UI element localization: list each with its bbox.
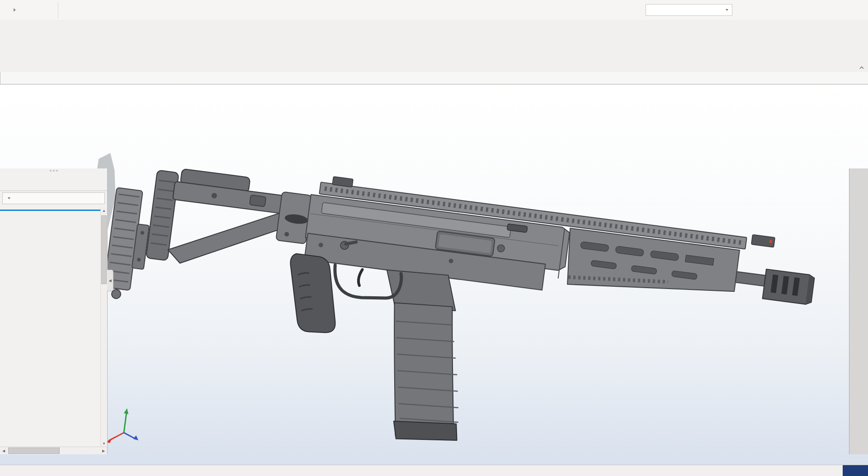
status-bar [0, 465, 868, 476]
tree-vertical-scrollbar[interactable]: ▲ ▼ [100, 207, 107, 447]
tree-filter-box[interactable] [2, 192, 105, 204]
scroll-right-arrow-icon[interactable]: ▶ [100, 447, 107, 454]
tree-filter-row [0, 191, 107, 207]
scroll-down-arrow-icon[interactable]: ▼ [101, 440, 107, 447]
filter-dropdown-caret[interactable] [8, 197, 10, 199]
help-icon[interactable] [760, 3, 778, 17]
watermark [843, 465, 868, 476]
sheet-navigation [0, 465, 3, 476]
search-input[interactable] [650, 6, 720, 14]
command-search [646, 4, 732, 16]
main-area: ▲ ▼ ◀ ▶ ◀ [0, 84, 868, 465]
tree-horizontal-scrollbar[interactable]: ◀ ▶ [0, 447, 107, 454]
feature-manager-panel: ▲ ▼ ◀ ▶ [0, 168, 108, 454]
scrollbar-track[interactable] [7, 447, 100, 454]
magazine [377, 299, 474, 447]
orientation-triad [103, 406, 148, 445]
titlebar-separator [58, 2, 58, 18]
scrollbar-thumb[interactable] [8, 448, 60, 454]
logo-flyout-arrow-icon[interactable] [14, 8, 16, 12]
task-pane [849, 168, 868, 454]
graphics-viewport[interactable] [0, 84, 868, 465]
folding-stock [146, 166, 285, 275]
panel-collapse-handle[interactable]: ◀ [107, 270, 113, 291]
ribbon-tab-strip [0, 72, 0, 84]
search-dropdown-caret[interactable] [726, 9, 728, 11]
ribbon-tab-row [0, 72, 868, 84]
solidworks-logo [6, 0, 16, 20]
title-bar [0, 0, 868, 20]
close-button[interactable] [844, 3, 864, 17]
minimize-button[interactable] [797, 3, 817, 17]
scroll-left-arrow-icon[interactable]: ◀ [0, 447, 7, 454]
tree-end-indicator [0, 210, 101, 211]
scroll-up-arrow-icon[interactable]: ▲ [101, 207, 107, 214]
solidworks-window: ▲ ▼ ◀ ▶ ◀ [0, 0, 868, 476]
trigger [358, 269, 362, 285]
restore-button[interactable] [821, 3, 841, 17]
barrel-and-muzzle [734, 233, 819, 305]
feature-manager-tabs [0, 173, 107, 191]
ribbon-toolbar [0, 20, 868, 73]
user-account-icon[interactable] [740, 3, 757, 17]
triad-y-axis [124, 408, 128, 414]
feature-tree: ▲ ▼ [0, 207, 107, 447]
panel-grip[interactable] [0, 168, 107, 173]
ribbon-collapse-chevron-icon[interactable] [859, 66, 864, 70]
scrollbar-thumb[interactable] [101, 215, 107, 284]
